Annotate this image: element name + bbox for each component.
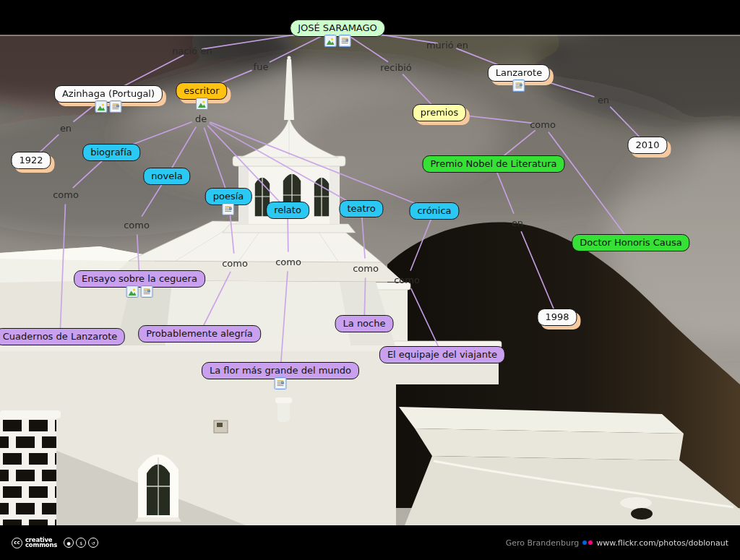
photographer-name: Gero Brandenburg (506, 538, 580, 548)
flickr-dot-blue-icon (582, 540, 587, 545)
node-cronica[interactable]: crónica (409, 202, 459, 220)
text-page-icon[interactable] (338, 35, 350, 47)
link-label-como-poesia: como (222, 258, 248, 269)
node-la-noche[interactable]: La noche (335, 315, 394, 332)
cc-sa-icon: ↺ (88, 538, 98, 548)
node-premio-nobel[interactable]: Premio Nobel de Literatura (423, 155, 565, 173)
link-label-de: de (195, 113, 207, 124)
node-biografia[interactable]: biografía (82, 144, 140, 161)
resource-icons (512, 79, 525, 92)
concept-map-layer: nació enfuerecibiómurió enendeencomoenco… (0, 0, 740, 560)
flickr-dots-icon (582, 540, 593, 545)
node-teatro[interactable]: teatro (339, 200, 383, 217)
link-label-como-premios: como (530, 119, 556, 130)
text-page-icon[interactable] (275, 377, 287, 389)
photo-credit: Gero Brandenburg www.flickr.com/photos/d… (506, 538, 728, 548)
node-doctor-honoris[interactable]: Doctor Honoris Causa (572, 234, 689, 251)
text-page-icon[interactable] (109, 100, 121, 113)
flickr-dot-pink-icon (588, 540, 593, 545)
node-cuadernos[interactable]: Cuadernos de Lanzarote (0, 328, 125, 345)
creative-commons-logo[interactable]: cc creative commons ●$↺ (12, 538, 98, 548)
node-premios[interactable]: premios (413, 104, 466, 121)
node-lanzarote[interactable]: Lanzarote (488, 64, 550, 82)
link-label-como-teatro: como (353, 263, 379, 274)
node-novela[interactable]: novela (143, 168, 190, 185)
resource-icons (126, 285, 152, 298)
node-y2010[interactable]: 2010 (627, 137, 667, 154)
concept-map-canvas: nació enfuerecibiómurió enendeencomoenco… (0, 0, 740, 560)
image-icon[interactable] (126, 285, 138, 298)
resource-icons (196, 98, 208, 110)
link-label-en-1998: en (512, 217, 523, 228)
link-label-como-relato: como (275, 257, 301, 267)
cc-icon: cc (12, 538, 22, 548)
text-page-icon[interactable] (140, 285, 152, 298)
cc-wordmark: creative commons (25, 538, 57, 548)
node-poesia[interactable]: poesía (205, 188, 252, 205)
cc-word-commons: commons (25, 543, 57, 548)
license-icons: ●$↺ (64, 538, 98, 548)
node-ensayo[interactable]: Ensayo sobre la ceguera (74, 270, 205, 288)
link-label-como-cronica: como (394, 275, 420, 285)
resource-icons (324, 35, 350, 47)
resource-icons (223, 203, 235, 215)
node-escritor[interactable]: escritor (176, 82, 227, 100)
flickr-url-link[interactable]: www.flickr.com/photos/doblonaut (596, 538, 728, 548)
link-label-como-novela: como (124, 220, 150, 231)
node-la-flor[interactable]: La flor más grande del mundo (202, 362, 359, 379)
text-page-icon[interactable] (223, 203, 235, 215)
link-label-nacio-en: nació en (172, 46, 212, 56)
link-label-en-1922: en (60, 123, 72, 134)
node-y1998[interactable]: 1998 (537, 309, 577, 326)
node-relato[interactable]: relato (266, 202, 309, 219)
attribution-bar: cc creative commons ●$↺ Gero Brandenburg… (0, 525, 740, 560)
image-icon[interactable] (196, 98, 208, 110)
cc-nc-icon: $ (76, 538, 86, 548)
resource-icons (95, 100, 121, 113)
link-label-como-biografia: como (53, 189, 79, 200)
node-probablemente[interactable]: Probablemente alegría (138, 325, 261, 343)
image-icon[interactable] (324, 35, 336, 47)
node-azinhaga[interactable]: Azinhaga (Portugal) (54, 85, 163, 103)
link-label-recibio: recibió (380, 62, 412, 73)
node-equipaje[interactable]: El equipaje del viajante (379, 346, 505, 363)
link-label-fue: fue (254, 61, 269, 72)
text-page-icon[interactable] (512, 79, 525, 92)
link-label-murio-en: murió en (426, 40, 468, 51)
image-icon[interactable] (95, 100, 107, 113)
node-y1922[interactable]: 1922 (11, 152, 51, 169)
node-jose-saramago[interactable]: JOSÉ SARAMAGO (290, 20, 385, 37)
cc-by-icon: ● (64, 538, 74, 548)
link-label-en-2010: en (598, 95, 609, 105)
resource-icons (275, 377, 287, 389)
